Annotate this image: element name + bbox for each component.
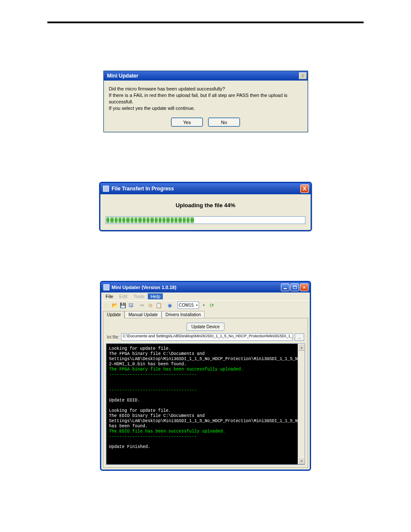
update-device-button[interactable]: Update Device [187, 323, 224, 331]
term-line: The FPGA binary file C:\Documents and Se… [109, 352, 298, 367]
close-icon: × [303, 285, 305, 290]
progress-label: Uploading the file 44% [106, 202, 305, 208]
menu-tools[interactable]: Tools [131, 293, 147, 299]
page-divider [47, 22, 364, 23]
update-device-button-label: Update Device [191, 324, 220, 329]
saveall-icon[interactable]: 🖫 [128, 302, 134, 309]
refresh-icon[interactable]: ⟳ [209, 302, 215, 309]
tab-manual-update[interactable]: Manual Update [125, 311, 162, 318]
copy-icon[interactable]: ⧉ [147, 302, 154, 309]
yes-button[interactable]: Yes [171, 118, 203, 127]
term-line-success: The EDID file has been successfully uplo… [109, 429, 225, 434]
app-window: Mini Updater (Version 1.0.18) × File Edi… [100, 281, 311, 471]
close-button[interactable]: X [299, 72, 307, 79]
maximize-icon [293, 286, 297, 289]
cut-icon[interactable]: ✂ [139, 302, 146, 309]
ini-file-input[interactable]: C:\Documents and Settings\LAB\Desktop\Mi… [121, 333, 293, 341]
terminal-container: Looking for update file. The FPGA binary… [106, 343, 305, 465]
term-line-divider: ---------------------------------- [109, 434, 197, 439]
toolbar: ▢ 📂 💾 🖫 ✂ ⧉ 📋 ◉ COM15 ▾ ⟳ [101, 300, 310, 310]
term-line-divider: ---------------------------------- [109, 372, 197, 377]
confirm-dialog-buttons: Yes No [104, 116, 308, 132]
confirm-line-1: Did the micro firmware has been updated … [109, 86, 302, 92]
yes-button-label: Yes [183, 120, 191, 125]
tab-update[interactable]: Update [103, 311, 125, 318]
term-line: Looking for update file. [109, 408, 171, 413]
minimize-button[interactable] [281, 283, 290, 291]
browse-button[interactable]: ... [295, 333, 304, 341]
close-button[interactable]: X [300, 184, 309, 193]
terminal-scrollbar[interactable]: ▴ ▾ [298, 344, 305, 464]
terminal-output: Looking for update file. The FPGA binary… [106, 344, 298, 464]
term-line-success: The FPGA binary file has been successful… [109, 367, 243, 372]
menu-file[interactable]: File [103, 293, 116, 299]
app-icon [103, 284, 109, 290]
tabrow: Update Manual Update Drivers Installatio… [101, 311, 310, 318]
save-icon[interactable]: 💾 [119, 302, 126, 309]
com-port-value: COM15 [179, 303, 193, 308]
paste-icon[interactable]: 📋 [155, 302, 162, 309]
confirm-line-3: If you select yes the update will contin… [109, 105, 302, 112]
progress-fill [106, 217, 193, 223]
progress-dialog-title: File Transfert In Progress [112, 186, 174, 192]
progress-dialog: File Transfert In Progress X Uploading t… [99, 182, 312, 231]
progress-dialog-titlebar: File Transfert In Progress X [100, 183, 311, 194]
confirm-dialog-title: Mini Updater [107, 73, 139, 79]
term-line: The EDID binary file C:\Documents and Se… [109, 414, 298, 429]
progress-bar [106, 216, 305, 224]
browse-button-label: ... [298, 335, 301, 339]
close-icon: X [303, 186, 306, 192]
term-line: Update EDID. [109, 398, 140, 403]
term-line: Looking for update file. [109, 346, 171, 351]
close-button[interactable]: × [300, 283, 308, 291]
dropdown-icon[interactable]: ▾ [200, 302, 207, 309]
menubar: File Edit Tools Help [101, 292, 310, 300]
term-line-divider: ---------------------------------- [109, 388, 197, 392]
no-button-label: No [221, 120, 227, 125]
app-icon [103, 186, 109, 192]
term-line: Update Finished. [109, 445, 150, 449]
scroll-down-button[interactable]: ▾ [298, 457, 305, 464]
confirm-dialog-body: Did the micro firmware has been updated … [104, 81, 308, 116]
open-icon[interactable]: 📂 [111, 302, 118, 309]
new-icon[interactable]: ▢ [103, 302, 110, 309]
scroll-up-button[interactable]: ▴ [298, 344, 305, 351]
confirm-line-2: If there is a FAIL in red then the uploa… [109, 92, 302, 105]
menu-help[interactable]: Help [148, 293, 163, 299]
confirm-dialog: Mini Updater X Did the micro firmware ha… [103, 71, 308, 132]
no-button[interactable]: No [208, 118, 240, 127]
menu-edit[interactable]: Edit [117, 293, 130, 299]
com-port-select[interactable]: COM15 [177, 302, 199, 309]
app-titlebar: Mini Updater (Version 1.0.18) × [101, 282, 310, 292]
help-icon[interactable]: ◉ [166, 302, 173, 309]
app-title: Mini Updater (Version 1.0.18) [112, 285, 176, 290]
tab-panel: Update Device Ini file: C:\Documents and… [103, 318, 308, 468]
maximize-button[interactable] [290, 283, 299, 291]
confirm-dialog-titlebar: Mini Updater X [104, 71, 308, 81]
ini-file-label: Ini file: [107, 335, 119, 339]
close-icon: X [301, 74, 304, 78]
minimize-icon [283, 288, 287, 289]
tab-drivers-installation[interactable]: Drivers Installation [162, 311, 205, 318]
